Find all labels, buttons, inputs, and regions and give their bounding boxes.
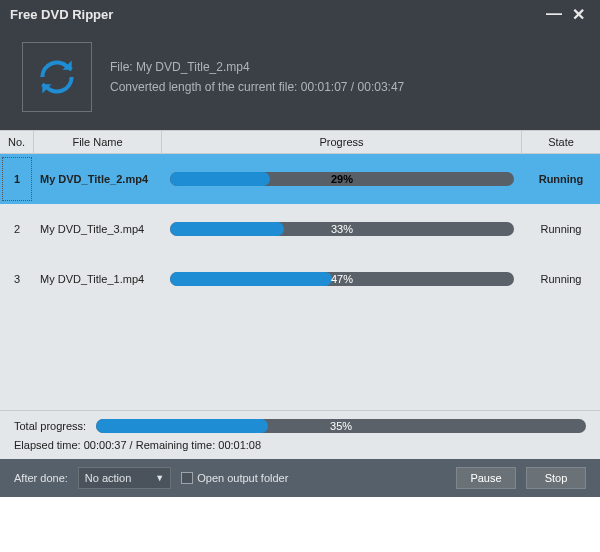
progress-percent: 29%: [170, 172, 514, 186]
row-progress: 29%: [162, 172, 522, 186]
progress-percent: 47%: [170, 272, 514, 286]
row-filename: My DVD_Title_1.mp4: [34, 273, 162, 285]
row-filename: My DVD_Title_3.mp4: [34, 223, 162, 235]
progress-percent: 33%: [170, 222, 514, 236]
col-no[interactable]: No.: [0, 131, 34, 153]
remaining-value: 00:01:08: [218, 439, 261, 451]
elapsed-label: Elapsed time:: [14, 439, 81, 451]
row-state: Running: [522, 223, 600, 235]
minimize-button[interactable]: —: [542, 5, 566, 23]
time-line: Elapsed time: 00:00:37 / Remaining time:…: [14, 439, 586, 451]
row-progress: 33%: [162, 222, 522, 236]
info-panel: File: My DVD_Title_2.mp4 Converted lengt…: [0, 28, 600, 130]
open-output-checkbox[interactable]: Open output folder: [181, 472, 288, 484]
total-label: Total progress:: [14, 420, 86, 432]
after-done-select[interactable]: No action ▼: [78, 467, 171, 489]
file-label: File:: [110, 60, 133, 74]
close-button[interactable]: ✕: [566, 5, 590, 24]
progress-bar: 29%: [170, 172, 514, 186]
converted-label: Converted length of the current file:: [110, 80, 297, 94]
col-progress[interactable]: Progress: [162, 131, 522, 153]
task-table: No. File Name Progress State 1My DVD_Tit…: [0, 130, 600, 410]
converted-total: 00:03:47: [358, 80, 405, 94]
footer: After done: No action ▼ Open output fold…: [0, 459, 600, 497]
row-state: Running: [522, 173, 600, 185]
progress-bar: 33%: [170, 222, 514, 236]
file-name: My DVD_Title_2.mp4: [136, 60, 250, 74]
total-progress-bar: 35%: [96, 419, 586, 433]
table-row[interactable]: 3My DVD_Title_1.mp447%Running: [0, 254, 600, 304]
checkbox-icon: [181, 472, 193, 484]
row-no: 2: [0, 223, 34, 235]
stop-button[interactable]: Stop: [526, 467, 586, 489]
col-filename[interactable]: File Name: [34, 131, 162, 153]
table-header: No. File Name Progress State: [0, 130, 600, 154]
converted-current: 00:01:07: [301, 80, 348, 94]
row-state: Running: [522, 273, 600, 285]
after-done-value: No action: [85, 472, 131, 484]
pause-button[interactable]: Pause: [456, 467, 516, 489]
info-text: File: My DVD_Title_2.mp4 Converted lengt…: [110, 57, 404, 98]
open-output-label: Open output folder: [197, 472, 288, 484]
progress-bar: 47%: [170, 272, 514, 286]
remaining-label: Remaining time:: [136, 439, 215, 451]
table-row[interactable]: 1My DVD_Title_2.mp429%Running: [0, 154, 600, 204]
total-area: Total progress: 35% Elapsed time: 00:00:…: [0, 410, 600, 459]
row-progress: 47%: [162, 272, 522, 286]
table-body: 1My DVD_Title_2.mp429%Running2My DVD_Tit…: [0, 154, 600, 410]
row-no: 1: [2, 157, 32, 201]
chevron-down-icon: ▼: [155, 473, 164, 483]
titlebar[interactable]: Free DVD Ripper — ✕: [0, 0, 600, 28]
after-done-label: After done:: [14, 472, 68, 484]
refresh-icon: [22, 42, 92, 112]
app-title: Free DVD Ripper: [10, 7, 542, 22]
row-no: 3: [0, 273, 34, 285]
row-filename: My DVD_Title_2.mp4: [34, 173, 162, 185]
table-row[interactable]: 2My DVD_Title_3.mp433%Running: [0, 204, 600, 254]
col-state[interactable]: State: [522, 131, 600, 153]
total-percent: 35%: [96, 419, 586, 433]
elapsed-value: 00:00:37: [84, 439, 127, 451]
